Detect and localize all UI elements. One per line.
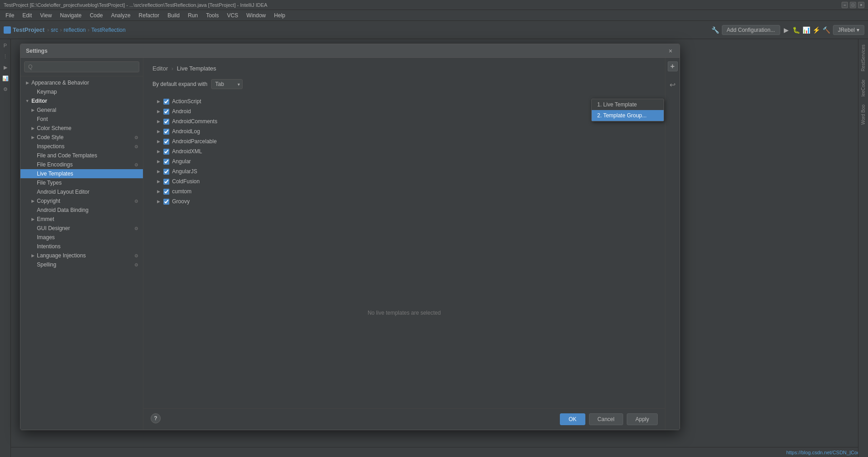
- menu-refactor[interactable]: Refactor: [135, 11, 163, 20]
- jrebel-button[interactable]: JRebel ▾: [833, 25, 864, 35]
- sidebar-item-android-layout-editor[interactable]: ▶ Android Layout Editor: [20, 187, 143, 196]
- help-icon: ?: [154, 415, 157, 422]
- actionscript-checkbox[interactable]: [163, 99, 169, 105]
- sidebar-item-copyright[interactable]: ▶ Copyright ⚙: [20, 196, 143, 206]
- androidcomments-checkbox[interactable]: [163, 119, 169, 125]
- sidebar-item-general[interactable]: ▶ General: [20, 105, 143, 115]
- build-icon[interactable]: 🔨: [823, 26, 830, 34]
- debug-icon[interactable]: 🐛: [793, 26, 800, 34]
- menu-run[interactable]: Run: [184, 11, 202, 20]
- tab-restservices[interactable]: RestServices: [859, 41, 867, 75]
- menu-view[interactable]: View: [36, 11, 56, 20]
- menu-vcs[interactable]: VCS: [223, 11, 242, 20]
- sidebar-item-file-code-templates[interactable]: ▶ File and Code Templates: [20, 151, 143, 160]
- minimize-button[interactable]: −: [842, 2, 848, 8]
- template-group-androidcomments[interactable]: ▶ AndroidComments: [152, 116, 656, 126]
- gutter-stats-icon[interactable]: 📊: [1, 74, 10, 83]
- template-group-android[interactable]: ▶ Android: [152, 106, 656, 116]
- gutter-settings-icon[interactable]: ⚙: [1, 85, 10, 94]
- breadcrumb-reflection[interactable]: reflection: [64, 27, 86, 33]
- sidebar-item-appearance[interactable]: ▶ Appearance & Behavior: [20, 78, 143, 87]
- run-icon[interactable]: ▶: [783, 26, 790, 34]
- sidebar-item-color-scheme[interactable]: ▶ Color Scheme: [20, 124, 143, 133]
- template-group-androidxml[interactable]: ▶ AndroidXML: [152, 146, 656, 156]
- template-group-actionscript[interactable]: ▶ ActionScript: [152, 96, 656, 106]
- sidebar-item-code-style[interactable]: ▶ Code Style ⚙: [20, 133, 143, 142]
- sidebar-item-emmet[interactable]: ▶ Emmet: [20, 215, 143, 224]
- status-url[interactable]: https://blog.csdn.net/CSDN_|Coder: [786, 450, 864, 455]
- close-window-button[interactable]: ×: [858, 2, 864, 8]
- sidebar-item-language-injections[interactable]: ▶ Language Injections ⚙: [20, 251, 143, 260]
- angularjs-checkbox[interactable]: [163, 169, 169, 175]
- androidlog-checkbox[interactable]: [163, 129, 169, 135]
- template-group-androidlog[interactable]: ▶ AndroidLog: [152, 126, 656, 136]
- gutter-project-icon[interactable]: P: [1, 41, 10, 50]
- expand-select[interactable]: Tab Enter Space: [211, 79, 243, 89]
- sidebar-item-gui-designer[interactable]: ▶ GUI Designer ⚙: [20, 224, 143, 233]
- sidebar-item-file-encodings[interactable]: ▶ File Encodings ⚙: [20, 160, 143, 169]
- sidebar-item-keymap[interactable]: ▶ Keymap: [20, 87, 143, 96]
- coverage-icon[interactable]: 📊: [803, 26, 810, 34]
- template-group-groovy[interactable]: ▶ Groovy: [152, 196, 656, 206]
- menu-help[interactable]: Help: [270, 11, 289, 20]
- maximize-button[interactable]: □: [850, 2, 856, 8]
- tab-wordboo[interactable]: Word Boo: [859, 101, 867, 128]
- breadcrumb-src[interactable]: src: [51, 27, 58, 33]
- ok-button[interactable]: OK: [560, 413, 585, 425]
- template-group-angularjs[interactable]: ▶ AngularJS: [152, 166, 656, 176]
- sidebar-item-live-templates[interactable]: ▶ Live Templates: [20, 169, 143, 178]
- sidebar-item-intentions[interactable]: ▶ Intentions: [20, 242, 143, 251]
- group-label: cumtom: [172, 188, 192, 195]
- group-expand-icon: ▶: [155, 148, 162, 155]
- android-checkbox[interactable]: [163, 109, 169, 115]
- sidebar-item-inspections[interactable]: ▶ Inspections ⚙: [20, 142, 143, 151]
- context-menu-live-template[interactable]: 1. Live Template: [592, 99, 664, 110]
- cumtom-checkbox[interactable]: [163, 189, 169, 195]
- expand-select-wrapper: Tab Enter Space: [211, 79, 243, 89]
- group-label: ColdFusion: [172, 178, 200, 185]
- apply-button[interactable]: Apply: [627, 413, 658, 425]
- sidebar-item-label: Appearance & Behavior: [31, 80, 89, 86]
- menu-edit[interactable]: Edit: [19, 11, 36, 20]
- menu-build[interactable]: Build: [164, 11, 183, 20]
- menu-navigate[interactable]: Navigate: [56, 11, 85, 20]
- gutter-structure-icon[interactable]: ⋮: [1, 52, 10, 61]
- add-button[interactable]: +: [668, 61, 678, 71]
- settings-gear-icon: ⚙: [133, 161, 139, 168]
- menu-analyze[interactable]: Analyze: [107, 11, 134, 20]
- sidebar-item-images[interactable]: ▶ Images: [20, 233, 143, 242]
- sidebar-item-label: Android Data Binding: [37, 207, 88, 213]
- sidebar-item-android-data-binding[interactable]: ▶ Android Data Binding: [20, 206, 143, 215]
- menu-file[interactable]: File: [2, 11, 18, 20]
- profile-icon[interactable]: ⚡: [813, 26, 820, 34]
- androidparcelable-checkbox[interactable]: [163, 139, 169, 145]
- androidxml-checkbox[interactable]: [163, 149, 169, 155]
- template-group-angular[interactable]: ▶ Angular: [152, 156, 656, 166]
- group-label: ActionScript: [172, 98, 201, 105]
- dialog-close-button[interactable]: ×: [667, 47, 674, 55]
- template-group-coldfusion[interactable]: ▶ ColdFusion: [152, 176, 656, 186]
- menu-window[interactable]: Window: [243, 11, 269, 20]
- search-input[interactable]: [24, 61, 139, 72]
- help-button[interactable]: ?: [151, 413, 161, 423]
- sidebar-item-editor[interactable]: ▼ Editor: [20, 96, 143, 105]
- sidebar-item-file-types[interactable]: ▶ File Types: [20, 178, 143, 187]
- menu-code[interactable]: Code: [86, 11, 107, 20]
- sidebar-item-font[interactable]: ▶ Font: [20, 115, 143, 124]
- sidebar-item-spelling[interactable]: ▶ Spelling ⚙: [20, 260, 143, 269]
- coldfusion-checkbox[interactable]: [163, 179, 169, 185]
- undo-button[interactable]: ↩: [668, 79, 677, 91]
- sidebar-item-label: File Types: [37, 180, 61, 186]
- template-group-cumtom[interactable]: ▶ cumtom: [152, 186, 656, 196]
- add-configuration-button[interactable]: Add Configuration...: [722, 25, 780, 35]
- cancel-button[interactable]: Cancel: [589, 413, 623, 425]
- context-menu-template-group[interactable]: 2. Template Group...: [592, 110, 664, 121]
- breadcrumb-file[interactable]: TestReflection: [91, 27, 126, 33]
- tab-leecode[interactable]: leeCode: [859, 76, 867, 100]
- menu-tools[interactable]: Tools: [203, 11, 223, 20]
- sidebar-item-label: Font: [37, 116, 48, 122]
- template-group-androidparcelable[interactable]: ▶ AndroidParcelable: [152, 136, 656, 146]
- gutter-build-icon[interactable]: ▶: [1, 63, 10, 72]
- angular-checkbox[interactable]: [163, 159, 169, 165]
- groovy-checkbox[interactable]: [163, 199, 169, 205]
